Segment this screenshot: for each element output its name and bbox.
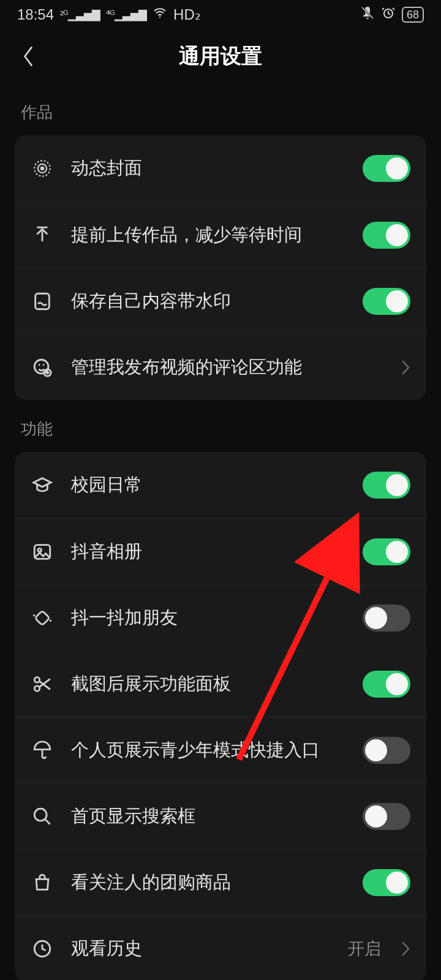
svg-rect-14 <box>35 610 50 625</box>
toggle-album[interactable] <box>363 538 410 565</box>
search-icon <box>31 805 54 828</box>
chevron-left-icon <box>21 45 35 68</box>
row-label: 截图后展示功能面板 <box>71 673 345 696</box>
toggle-teen-mode[interactable] <box>363 737 410 764</box>
photo-icon <box>31 540 54 564</box>
row-label: 首页显示搜索框 <box>71 805 345 828</box>
mute-icon <box>360 6 375 24</box>
svg-point-10 <box>43 364 45 366</box>
svg-point-9 <box>39 364 40 366</box>
header: 通用设置 <box>0 29 441 83</box>
battery-indicator: 68 <box>402 7 424 23</box>
svg-point-13 <box>38 548 42 552</box>
signal-4g-icon: ⁴ᴳ▁▃▅▇ <box>106 8 146 21</box>
row-label: 看关注人的团购商品 <box>71 871 345 894</box>
status-left: 18:54 ²ᴳ▁▃▅▇ ⁴ᴳ▁▃▅▇ HD₂ <box>17 6 201 24</box>
row-label: 抖一抖加朋友 <box>71 606 345 630</box>
toggle-screenshot-panel[interactable] <box>363 671 410 698</box>
row-value: 开启 <box>348 938 381 960</box>
row-watermark[interactable]: 保存自己内容带水印 <box>15 268 426 334</box>
section-works: 动态封面 提前上传作品，减少等待时间 保存自己内容带水印 管理我发布视频的评论区… <box>15 135 426 400</box>
wifi-icon <box>153 6 167 24</box>
umbrella-icon <box>31 739 54 762</box>
bag-icon <box>31 871 54 894</box>
target-icon <box>31 157 54 180</box>
row-preupload[interactable]: 提前上传作品，减少等待时间 <box>15 202 426 268</box>
hd-label: HD₂ <box>173 6 201 23</box>
svg-point-6 <box>41 167 43 170</box>
toggle-shake[interactable] <box>363 605 410 631</box>
row-label: 校园日常 <box>71 473 345 497</box>
status-time: 18:54 <box>17 6 54 23</box>
row-label: 抖音相册 <box>71 540 345 564</box>
toggle-dynamic-cover[interactable] <box>363 155 410 182</box>
row-comment-manage[interactable]: 管理我发布视频的评论区功能 <box>15 334 426 400</box>
cap-icon <box>31 473 54 497</box>
row-campus[interactable]: 校园日常 <box>15 452 426 518</box>
content: 作品 动态封面 提前上传作品，减少等待时间 保存自己内容带水印 <box>0 83 441 980</box>
toggle-watermark[interactable] <box>363 288 410 315</box>
section-features: 校园日常 抖音相册 抖一抖加朋友 截图后展示功能面板 <box>15 452 426 980</box>
shake-icon <box>31 606 54 630</box>
toggle-group-buy[interactable] <box>363 869 410 896</box>
svg-point-0 <box>159 17 160 18</box>
row-label: 个人页展示青少年模式快捷入口 <box>71 739 345 762</box>
svg-point-8 <box>34 360 48 374</box>
row-label: 观看历史 <box>71 937 331 960</box>
row-group-buy[interactable]: 看关注人的团购商品 <box>15 849 426 915</box>
upload-icon <box>31 224 54 247</box>
toggle-campus[interactable] <box>363 472 410 499</box>
clock-icon <box>31 937 54 960</box>
row-label: 保存自己内容带水印 <box>71 290 345 313</box>
section-header-features: 功能 <box>15 400 426 452</box>
row-album[interactable]: 抖音相册 <box>15 518 426 584</box>
row-shake[interactable]: 抖一抖加朋友 <box>15 584 426 650</box>
scissors-icon <box>31 673 54 696</box>
section-header-works: 作品 <box>15 83 426 135</box>
signal-2g-icon: ²ᴳ▁▃▅▇ <box>60 8 100 21</box>
status-right: 68 <box>360 6 424 24</box>
face-gear-icon <box>31 356 54 379</box>
row-label: 管理我发布视频的评论区功能 <box>71 356 383 379</box>
svg-point-17 <box>34 809 47 821</box>
toggle-search-box[interactable] <box>363 803 410 830</box>
toggle-preupload[interactable] <box>363 222 410 249</box>
row-dynamic-cover[interactable]: 动态封面 <box>15 135 426 202</box>
alarm-icon <box>381 6 396 24</box>
row-search-box[interactable]: 首页显示搜索框 <box>15 783 426 849</box>
row-watch-history[interactable]: 观看历史 开启 <box>15 915 426 980</box>
status-bar: 18:54 ²ᴳ▁▃▅▇ ⁴ᴳ▁▃▅▇ HD₂ 68 <box>0 0 441 29</box>
chevron-right-icon <box>401 941 410 957</box>
row-label: 动态封面 <box>71 157 345 180</box>
row-screenshot-panel[interactable]: 截图后展示功能面板 <box>15 650 426 717</box>
photo-wave-icon <box>31 290 54 313</box>
svg-rect-7 <box>36 293 50 309</box>
page-title: 通用设置 <box>179 42 262 70</box>
chevron-right-icon <box>401 360 410 375</box>
row-teen-mode[interactable]: 个人页展示青少年模式快捷入口 <box>15 717 426 783</box>
back-button[interactable] <box>10 29 47 83</box>
row-label: 提前上传作品，减少等待时间 <box>71 224 345 247</box>
